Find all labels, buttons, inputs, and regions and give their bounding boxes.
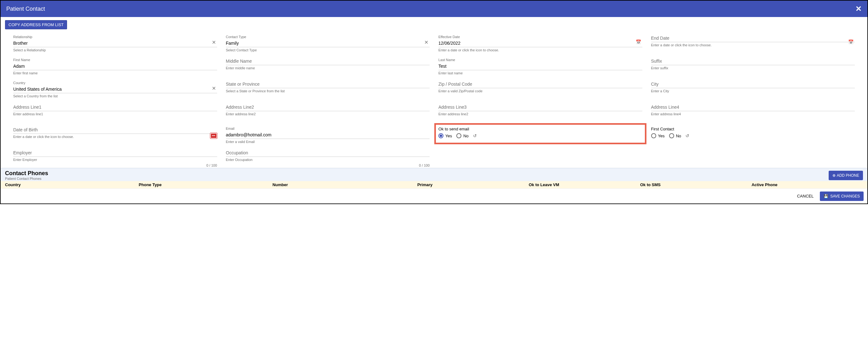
field-helper: Enter Employer	[13, 158, 37, 162]
button-label: SAVE CHANGES	[830, 194, 860, 198]
field-value: 12/06/2022	[438, 40, 642, 47]
field-helper: Enter a date or click the icon to choose…	[651, 43, 712, 47]
suffix-field[interactable]: Suffix Enter suffix	[651, 58, 855, 75]
dialog-title: Patient Contact	[6, 6, 45, 12]
state-field[interactable]: State or Province Select a State or Prov…	[226, 81, 430, 98]
dob-field[interactable]: Date of Birth ••• Enter a date or click …	[13, 127, 217, 144]
field-helper: Enter Occupation	[226, 158, 253, 162]
close-icon[interactable]: ✕	[856, 4, 862, 13]
field-placeholder: Occupation	[226, 150, 430, 157]
highlight-annotation: Ok to send email Yes No ↺	[436, 125, 645, 143]
field-placeholder: Address Line2	[226, 104, 430, 111]
field-placeholder: Address Line1	[13, 104, 217, 111]
zip-field[interactable]: Zip / Postal Code Enter a valid Zip/Post…	[438, 81, 642, 98]
field-helper: Enter last name	[438, 71, 463, 75]
field-helper: Enter a valid Email	[226, 140, 255, 144]
field-label: First Name	[13, 58, 217, 62]
field-label: Country	[13, 81, 217, 85]
field-value: United States of America	[13, 86, 217, 93]
last-name-field[interactable]: Last Name Test Enter last name	[438, 58, 642, 75]
field-helper: Enter address line4	[651, 112, 681, 116]
col-phone-type: Phone Type	[139, 182, 273, 187]
field-helper: Enter address line1	[13, 112, 43, 116]
country-field[interactable]: Country United States of America ✕ Selec…	[13, 81, 217, 98]
field-helper: Select a State or Province from the list	[226, 89, 285, 93]
address2-field[interactable]: Address Line2 Enter address line2	[226, 104, 430, 121]
field-label: Email	[226, 127, 430, 130]
calendar-icon[interactable]: 📅	[848, 39, 854, 45]
col-number: Number	[273, 182, 417, 187]
radio-group: Yes No ↺	[651, 133, 855, 138]
radio-yes[interactable]: Yes	[438, 133, 452, 138]
field-helper: Enter suffix	[651, 66, 669, 70]
first-name-field[interactable]: First Name Adam Enter first name	[13, 58, 217, 75]
clear-icon[interactable]: ✕	[424, 39, 428, 46]
field-label: Last Name	[438, 58, 642, 62]
field-helper: Enter first name	[13, 71, 38, 75]
address3-field[interactable]: Address Line3 Enter address line2	[438, 104, 642, 121]
clear-icon[interactable]: ✕	[212, 39, 216, 46]
end-date-field[interactable]: End Date 📅 Enter a date or click the ico…	[651, 35, 855, 52]
dialog-body: COPY ADDRESS FROM LIST Relationship Brot…	[1, 17, 867, 168]
field-helper: Enter address line2	[226, 112, 256, 116]
phones-table-header: Country Phone Type Number Primary Ok to …	[1, 181, 867, 189]
field-placeholder: Employer	[13, 150, 217, 157]
occupation-field[interactable]: Occupation Enter Occupation 0 / 100	[226, 150, 430, 167]
first-contact-field: First Contact Yes No ↺	[651, 127, 855, 144]
city-field[interactable]: City Enter a City	[651, 81, 855, 98]
contact-type-field[interactable]: Contact Type Family ✕ Select Contact Typ…	[226, 35, 430, 52]
field-value: Family	[226, 40, 430, 47]
address4-field[interactable]: Address Line4 Enter address line4	[651, 104, 855, 121]
field-label: Effective Date	[438, 35, 642, 39]
relationship-field[interactable]: Relationship Brother ✕ Select a Relation…	[13, 35, 217, 52]
radio-yes[interactable]: Yes	[651, 133, 665, 138]
radio-icon	[651, 133, 656, 138]
field-helper: Select a Country from the list	[13, 94, 58, 98]
effective-date-field[interactable]: Effective Date 12/06/2022 📅 Enter a date…	[438, 35, 642, 52]
radio-label: Yes	[445, 134, 452, 138]
patient-contact-dialog: Patient Contact ✕ COPY ADDRESS FROM LIST…	[0, 0, 868, 204]
cancel-button[interactable]: CANCEL	[794, 191, 817, 201]
reset-icon[interactable]: ↺	[473, 133, 477, 138]
address1-field[interactable]: Address Line1 Enter address line1	[13, 104, 217, 121]
middle-name-field[interactable]: Middle Name Enter middle name	[226, 58, 430, 75]
col-country: Country	[5, 182, 139, 187]
email-field[interactable]: Email adambro@hotmail.com Enter a valid …	[226, 127, 430, 144]
clear-icon[interactable]: ✕	[212, 85, 216, 91]
save-changes-button[interactable]: 💾 SAVE CHANGES	[820, 192, 864, 201]
reset-icon[interactable]: ↺	[685, 133, 689, 138]
employer-field[interactable]: Employer Enter Employer 0 / 100	[13, 150, 217, 167]
field-placeholder: City	[651, 81, 855, 88]
field-placeholder: End Date	[651, 35, 855, 42]
calendar-icon[interactable]: 📅	[636, 39, 641, 45]
copy-address-button[interactable]: COPY ADDRESS FROM LIST	[5, 20, 67, 29]
field-label: Contact Type	[226, 35, 430, 39]
field-helper: Enter a City	[651, 89, 669, 93]
field-placeholder: Suffix	[651, 58, 855, 65]
field-placeholder: Middle Name	[226, 58, 430, 65]
save-icon: 💾	[824, 194, 828, 198]
radio-icon	[456, 133, 461, 138]
contact-phones-header: Contact Phones Patient Contact Phones ⊕ …	[1, 168, 867, 181]
char-counter: 0 / 100	[207, 164, 217, 167]
field-label: Relationship	[13, 35, 217, 39]
field-helper: Enter address line2	[438, 112, 468, 116]
field-placeholder: Address Line4	[651, 104, 855, 111]
button-label: ADD PHONE	[837, 173, 859, 178]
col-primary: Primary	[417, 182, 529, 187]
radio-no[interactable]: No	[456, 133, 469, 138]
field-helper: Select a Relationship	[13, 48, 45, 52]
field-label: Ok to send email	[438, 127, 642, 132]
radio-label: Yes	[658, 134, 665, 138]
field-placeholder: Date of Birth	[13, 127, 217, 134]
field-helper: Enter a date or click the icon to choose…	[13, 135, 74, 139]
radio-label: No	[463, 134, 469, 138]
add-phone-button[interactable]: ⊕ ADD PHONE	[829, 171, 863, 180]
field-value: Test	[438, 63, 642, 70]
calendar-icon[interactable]: •••	[210, 133, 217, 139]
field-helper: Enter a date or click the icon to choose…	[438, 48, 499, 52]
field-helper: Select Contact Type	[226, 48, 257, 52]
radio-no[interactable]: No	[669, 133, 681, 138]
col-ok-vm: Ok to Leave VM	[529, 182, 640, 187]
field-placeholder: Address Line3	[438, 104, 642, 111]
